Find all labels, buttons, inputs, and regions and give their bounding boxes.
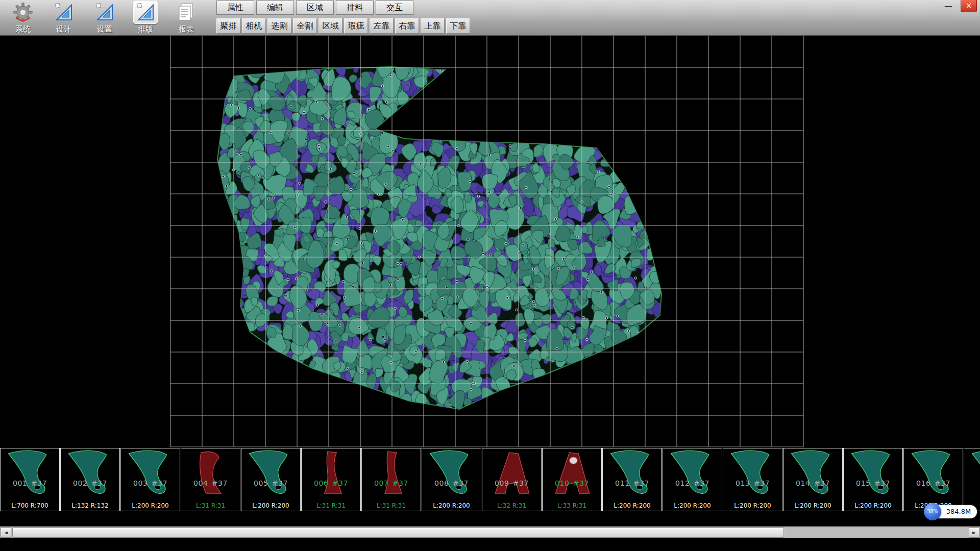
part-name: 012_#37 <box>663 479 722 487</box>
part-lr-count: L:31 R:31 <box>362 502 421 509</box>
tool-button-8[interactable]: 右靠 <box>395 18 419 34</box>
part-name: 002_#37 <box>61 479 119 487</box>
tool-button-5[interactable]: 区域 <box>318 18 342 34</box>
thumbnail-part-10[interactable]: 010_#37L:33 R:31 <box>542 448 602 511</box>
tool-bar: 聚排相机选割全割区域瑕疵左靠右靠上靠下靠 <box>216 18 472 34</box>
part-shape <box>121 448 180 498</box>
tool-button-7[interactable]: 左靠 <box>370 18 394 34</box>
app-tab-label: 报表 <box>167 24 205 34</box>
thumbnail-part-7[interactable]: 007_#37L:31 R:31 <box>361 448 421 511</box>
minimize-button[interactable]: — <box>940 1 957 12</box>
app-tab-label: 系统 <box>4 24 42 34</box>
part-lr-count: L:200 R:200 <box>663 502 722 509</box>
tool-button-6[interactable]: 瑕疵 <box>344 18 368 34</box>
part-lr-count: L:200 R:200 <box>241 502 300 509</box>
thumbnail-part-6[interactable]: 006_#37L:31 R:31 <box>301 448 361 511</box>
thumbnail-part-5[interactable]: 005_#37L:200 R:200 <box>241 448 301 511</box>
app-tab-label: 设置 <box>86 24 124 34</box>
part-shape <box>362 448 421 498</box>
part-name: 014_#37 <box>783 479 842 487</box>
app-tab-3[interactable]: 设置 <box>86 0 124 36</box>
part-name: 003_#37 <box>121 479 180 487</box>
part-lr-count: L:132 R:132 <box>61 502 119 509</box>
thumbnail-part-4[interactable]: 004_#37L:31 R:31 <box>181 448 240 511</box>
part-shape <box>844 448 902 498</box>
tool-button-9[interactable]: 上靠 <box>421 18 445 34</box>
set-square-icon <box>133 1 158 24</box>
part-name: 015_#37 <box>844 479 902 487</box>
report-icon <box>174 1 199 24</box>
thumbnail-part-2[interactable]: 002_#37L:132 R:132 <box>60 448 120 511</box>
part-shape <box>1 448 59 498</box>
part-shape <box>241 448 300 498</box>
part-name: 013_#37 <box>723 479 782 487</box>
progress-badge: 38% <box>924 503 941 520</box>
part-shape <box>783 448 842 498</box>
thumbnail-part-9[interactable]: 009_#37L:32 R:31 <box>482 448 542 511</box>
part-shape <box>181 448 240 498</box>
tool-button-1[interactable]: 聚排 <box>216 18 240 34</box>
part-shape <box>964 448 980 498</box>
thumbnail-part-12[interactable]: 012_#37L:200 R:200 <box>663 448 722 511</box>
app-tab-label: 排版 <box>127 24 164 34</box>
set-square-icon <box>92 1 117 24</box>
part-lr-count: L:33 R:31 <box>543 502 601 509</box>
part-lr-count: L:700 R:700 <box>1 502 59 509</box>
tool-button-2[interactable]: 相机 <box>242 18 266 34</box>
thumbnail-part-15[interactable]: 015_#37L:200 R:200 <box>843 448 903 511</box>
thumbnail-part-3[interactable]: 003_#37L:200 R:200 <box>120 448 180 511</box>
part-name: 016_#37 <box>904 479 963 487</box>
thumbnail-part-8[interactable]: 008_#37L:200 R:200 <box>422 448 481 511</box>
thumbnail-part-14[interactable]: 014_#37L:200 R:200 <box>783 448 843 511</box>
thumbnail-part-16[interactable]: 016_#37L:200 R:200 <box>903 448 963 511</box>
app-tab-1[interactable]: 系统 <box>4 0 42 36</box>
part-shape <box>723 448 782 498</box>
parts-filmstrip: 001_#37L:700 R:700002_#37L:132 R:132003_… <box>0 448 980 512</box>
part-shape <box>663 448 722 498</box>
horizontal-scrollbar[interactable]: ◄ ► <box>0 527 980 538</box>
menu-button-3[interactable]: 区域 <box>296 1 334 15</box>
thumbnail-part-17[interactable] <box>964 448 980 511</box>
app-tab-4[interactable]: 排版 <box>127 0 164 36</box>
part-shape <box>603 448 662 498</box>
tool-button-10[interactable]: 下靠 <box>446 18 470 34</box>
part-lr-count: L:200 R:200 <box>422 502 481 509</box>
app-tab-label: 设计 <box>45 24 83 34</box>
tool-button-3[interactable]: 选割 <box>267 18 291 34</box>
menu-button-1[interactable]: 属性 <box>216 1 254 15</box>
menu-button-2[interactable]: 编辑 <box>256 1 294 15</box>
part-lr-count: L:200 R:200 <box>603 502 662 509</box>
part-shape <box>543 448 601 498</box>
part-lr-count: L:200 R:200 <box>783 502 842 509</box>
menu-button-4[interactable]: 排料 <box>336 1 374 15</box>
part-lr-count: L:31 R:31 <box>181 502 240 509</box>
part-lr-count: L:31 R:31 <box>302 502 360 509</box>
scrollbar-thumb[interactable] <box>12 528 784 538</box>
part-name: 004_#37 <box>181 479 240 487</box>
part-name: 009_#37 <box>482 479 541 487</box>
part-name: 008_#37 <box>422 479 481 487</box>
thumbnail-part-13[interactable]: 013_#37L:200 R:200 <box>723 448 782 511</box>
part-shape <box>482 448 541 498</box>
part-shape <box>302 448 360 498</box>
app-tab-2[interactable]: 设计 <box>45 0 83 36</box>
part-name: 011_#37 <box>603 479 662 487</box>
set-square-icon <box>52 1 76 24</box>
gear-icon <box>11 1 35 24</box>
scroll-right-arrow[interactable]: ► <box>969 528 979 538</box>
thumbnail-part-11[interactable]: 011_#37L:200 R:200 <box>602 448 662 511</box>
part-name: 001_#37 <box>1 479 59 487</box>
app-tab-5[interactable]: 报表 <box>167 0 205 36</box>
menu-bar: 属性编辑区域排料交互 <box>216 1 415 15</box>
part-lr-count: L:200 R:200 <box>844 502 902 509</box>
part-lr-count: L:200 R:200 <box>121 502 180 509</box>
status-indicator: 384.8M 38% <box>924 503 977 520</box>
menu-button-5[interactable]: 交互 <box>376 1 413 15</box>
close-button[interactable]: × <box>961 0 977 12</box>
part-lr-count: L:32 R:31 <box>482 502 541 509</box>
scroll-left-arrow[interactable]: ◄ <box>1 528 11 538</box>
thumbnail-part-1[interactable]: 001_#37L:700 R:700 <box>0 448 60 511</box>
tool-button-4[interactable]: 全割 <box>293 18 317 34</box>
part-name: 010_#37 <box>543 479 601 487</box>
part-lr-count: L:200 R:200 <box>723 502 782 509</box>
